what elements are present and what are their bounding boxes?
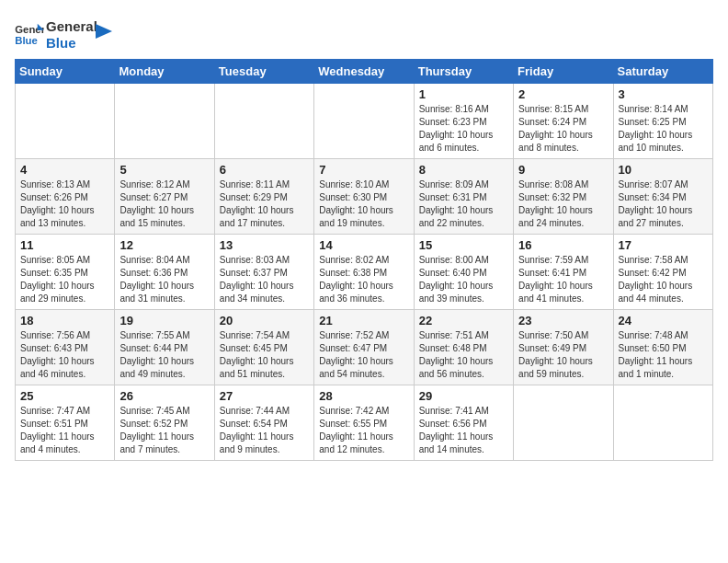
calendar-cell: 17Sunrise: 7:58 AM Sunset: 6:42 PM Dayli… xyxy=(613,235,712,310)
calendar-cell: 13Sunrise: 8:03 AM Sunset: 6:37 PM Dayli… xyxy=(214,235,313,310)
day-number: 4 xyxy=(20,163,109,177)
calendar-week-row: 11Sunrise: 8:05 AM Sunset: 6:35 PM Dayli… xyxy=(16,235,713,310)
day-number: 1 xyxy=(419,87,508,101)
day-number: 9 xyxy=(518,163,608,177)
day-info: Sunrise: 7:55 AM Sunset: 6:44 PM Dayligh… xyxy=(119,329,209,381)
weekday-header-thursday: Thursday xyxy=(414,60,513,84)
weekday-header-monday: Monday xyxy=(115,60,214,84)
day-info: Sunrise: 7:44 AM Sunset: 6:54 PM Dayligh… xyxy=(220,405,309,456)
calendar-cell: 28Sunrise: 7:42 AM Sunset: 6:55 PM Dayli… xyxy=(314,385,414,461)
day-number: 2 xyxy=(518,87,608,101)
logo-line2: Blue xyxy=(46,35,97,52)
day-number: 17 xyxy=(619,238,708,252)
weekday-header-friday: Friday xyxy=(514,60,613,84)
calendar-cell: 14Sunrise: 8:02 AM Sunset: 6:38 PM Dayli… xyxy=(314,235,414,310)
calendar-cell xyxy=(514,385,613,461)
calendar-cell: 22Sunrise: 7:51 AM Sunset: 6:48 PM Dayli… xyxy=(414,310,513,385)
calendar-cell: 11Sunrise: 8:05 AM Sunset: 6:35 PM Dayli… xyxy=(16,235,115,310)
day-number: 16 xyxy=(518,238,608,252)
day-info: Sunrise: 8:08 AM Sunset: 6:32 PM Dayligh… xyxy=(518,178,608,230)
calendar-cell: 6Sunrise: 8:11 AM Sunset: 6:29 PM Daylig… xyxy=(214,159,313,235)
day-number: 13 xyxy=(220,238,309,252)
calendar-cell xyxy=(613,385,712,461)
calendar-cell: 23Sunrise: 7:50 AM Sunset: 6:49 PM Dayli… xyxy=(514,310,613,385)
day-number: 18 xyxy=(20,314,109,327)
day-number: 25 xyxy=(20,389,109,403)
calendar-cell: 27Sunrise: 7:44 AM Sunset: 6:54 PM Dayli… xyxy=(214,385,313,461)
page-header: General Blue General Blue xyxy=(15,15,713,52)
calendar-week-row: 25Sunrise: 7:47 AM Sunset: 6:51 PM Dayli… xyxy=(16,385,713,461)
day-info: Sunrise: 8:14 AM Sunset: 6:25 PM Dayligh… xyxy=(619,103,708,155)
weekday-header-wednesday: Wednesday xyxy=(314,60,414,84)
logo-icon: General Blue xyxy=(15,22,44,48)
calendar-cell: 8Sunrise: 8:09 AM Sunset: 6:31 PM Daylig… xyxy=(414,159,513,235)
day-info: Sunrise: 8:09 AM Sunset: 6:31 PM Dayligh… xyxy=(419,178,508,230)
day-info: Sunrise: 8:05 AM Sunset: 6:35 PM Dayligh… xyxy=(20,254,109,305)
calendar-cell: 18Sunrise: 7:56 AM Sunset: 6:43 PM Dayli… xyxy=(16,310,115,385)
calendar-table: SundayMondayTuesdayWednesdayThursdayFrid… xyxy=(15,59,713,461)
day-info: Sunrise: 7:51 AM Sunset: 6:48 PM Dayligh… xyxy=(419,329,508,381)
day-info: Sunrise: 7:50 AM Sunset: 6:49 PM Dayligh… xyxy=(518,329,608,381)
calendar-cell: 21Sunrise: 7:52 AM Sunset: 6:47 PM Dayli… xyxy=(314,310,414,385)
calendar-cell: 29Sunrise: 7:41 AM Sunset: 6:56 PM Dayli… xyxy=(414,385,513,461)
day-number: 27 xyxy=(220,389,309,403)
calendar-cell: 25Sunrise: 7:47 AM Sunset: 6:51 PM Dayli… xyxy=(16,385,115,461)
day-info: Sunrise: 8:11 AM Sunset: 6:29 PM Dayligh… xyxy=(220,178,309,230)
day-info: Sunrise: 7:58 AM Sunset: 6:42 PM Dayligh… xyxy=(619,254,708,305)
day-info: Sunrise: 8:10 AM Sunset: 6:30 PM Dayligh… xyxy=(319,178,408,230)
day-number: 23 xyxy=(518,314,608,327)
day-info: Sunrise: 8:13 AM Sunset: 6:26 PM Dayligh… xyxy=(20,178,109,230)
day-number: 10 xyxy=(619,163,708,177)
weekday-header-sunday: Sunday xyxy=(16,60,115,84)
calendar-cell: 16Sunrise: 7:59 AM Sunset: 6:41 PM Dayli… xyxy=(514,235,613,310)
day-number: 8 xyxy=(419,163,508,177)
calendar-cell: 26Sunrise: 7:45 AM Sunset: 6:52 PM Dayli… xyxy=(115,385,214,461)
day-number: 11 xyxy=(20,238,109,252)
calendar-cell: 20Sunrise: 7:54 AM Sunset: 6:45 PM Dayli… xyxy=(214,310,313,385)
calendar-cell: 9Sunrise: 8:08 AM Sunset: 6:32 PM Daylig… xyxy=(514,159,613,235)
day-number: 5 xyxy=(119,163,209,177)
svg-marker-3 xyxy=(96,24,112,39)
calendar-cell xyxy=(314,84,414,159)
calendar-cell xyxy=(115,84,214,159)
day-info: Sunrise: 7:42 AM Sunset: 6:55 PM Dayligh… xyxy=(319,405,408,456)
day-info: Sunrise: 7:56 AM Sunset: 6:43 PM Dayligh… xyxy=(20,329,109,381)
day-number: 21 xyxy=(319,314,408,327)
calendar-cell xyxy=(16,84,115,159)
calendar-cell: 24Sunrise: 7:48 AM Sunset: 6:50 PM Dayli… xyxy=(613,310,712,385)
logo: General Blue General Blue xyxy=(15,18,112,52)
calendar-cell: 7Sunrise: 8:10 AM Sunset: 6:30 PM Daylig… xyxy=(314,159,414,235)
svg-text:Blue: Blue xyxy=(15,35,38,46)
day-info: Sunrise: 8:12 AM Sunset: 6:27 PM Dayligh… xyxy=(119,178,209,230)
day-info: Sunrise: 7:54 AM Sunset: 6:45 PM Dayligh… xyxy=(220,329,309,381)
logo-arrow-icon xyxy=(96,24,112,39)
day-info: Sunrise: 8:02 AM Sunset: 6:38 PM Dayligh… xyxy=(319,254,408,305)
weekday-header-saturday: Saturday xyxy=(613,60,712,84)
calendar-cell: 15Sunrise: 8:00 AM Sunset: 6:40 PM Dayli… xyxy=(414,235,513,310)
day-number: 7 xyxy=(319,163,408,177)
day-number: 15 xyxy=(419,238,508,252)
day-info: Sunrise: 7:59 AM Sunset: 6:41 PM Dayligh… xyxy=(518,254,608,305)
calendar-cell: 4Sunrise: 8:13 AM Sunset: 6:26 PM Daylig… xyxy=(16,159,115,235)
calendar-cell: 10Sunrise: 8:07 AM Sunset: 6:34 PM Dayli… xyxy=(613,159,712,235)
calendar-cell: 19Sunrise: 7:55 AM Sunset: 6:44 PM Dayli… xyxy=(115,310,214,385)
day-info: Sunrise: 8:16 AM Sunset: 6:23 PM Dayligh… xyxy=(419,103,508,155)
day-info: Sunrise: 7:48 AM Sunset: 6:50 PM Dayligh… xyxy=(619,329,708,381)
calendar-cell: 3Sunrise: 8:14 AM Sunset: 6:25 PM Daylig… xyxy=(613,84,712,159)
day-number: 22 xyxy=(419,314,508,327)
day-number: 14 xyxy=(319,238,408,252)
day-info: Sunrise: 7:41 AM Sunset: 6:56 PM Dayligh… xyxy=(419,405,508,456)
day-info: Sunrise: 8:15 AM Sunset: 6:24 PM Dayligh… xyxy=(518,103,608,155)
calendar-cell: 1Sunrise: 8:16 AM Sunset: 6:23 PM Daylig… xyxy=(414,84,513,159)
calendar-cell: 2Sunrise: 8:15 AM Sunset: 6:24 PM Daylig… xyxy=(514,84,613,159)
day-number: 28 xyxy=(319,389,408,403)
day-number: 20 xyxy=(220,314,309,327)
day-info: Sunrise: 8:04 AM Sunset: 6:36 PM Dayligh… xyxy=(119,254,209,305)
day-info: Sunrise: 8:00 AM Sunset: 6:40 PM Dayligh… xyxy=(419,254,508,305)
day-info: Sunrise: 8:03 AM Sunset: 6:37 PM Dayligh… xyxy=(220,254,309,305)
calendar-cell: 12Sunrise: 8:04 AM Sunset: 6:36 PM Dayli… xyxy=(115,235,214,310)
day-info: Sunrise: 8:07 AM Sunset: 6:34 PM Dayligh… xyxy=(619,178,708,230)
day-number: 12 xyxy=(119,238,209,252)
calendar-cell: 5Sunrise: 8:12 AM Sunset: 6:27 PM Daylig… xyxy=(115,159,214,235)
day-info: Sunrise: 7:47 AM Sunset: 6:51 PM Dayligh… xyxy=(20,405,109,456)
